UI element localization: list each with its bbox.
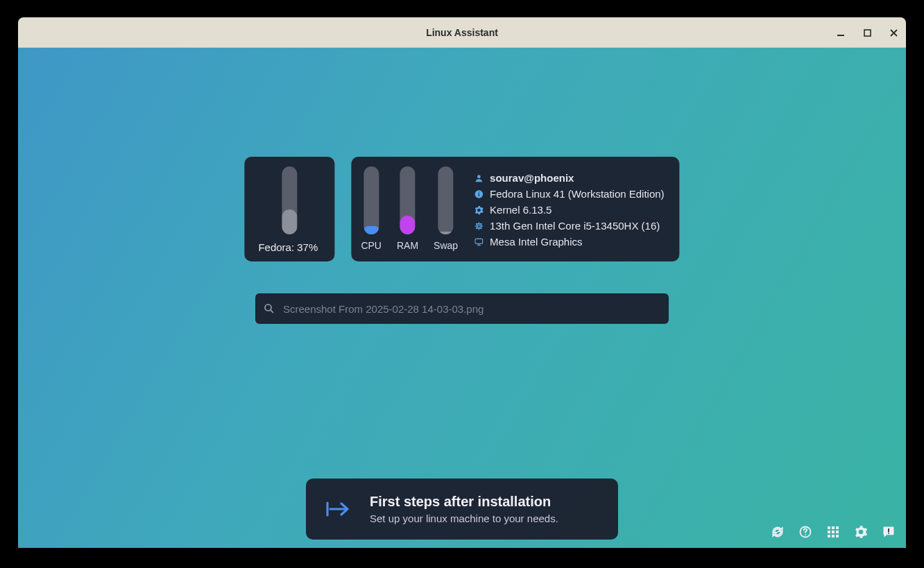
sysinfo-user: sourav@phoenix xyxy=(473,172,665,184)
first-steps-card[interactable]: First steps after installation Set up yo… xyxy=(306,479,618,540)
arrow-right-icon xyxy=(323,494,353,524)
app-window: Linux Assistant Fedora: 37% xyxy=(18,17,906,548)
grid-icon xyxy=(827,526,839,538)
sysinfo-gpu-text: Mesa Intel Graphics xyxy=(490,236,582,248)
sysinfo-kernel: Kernel 6.13.5 xyxy=(473,204,665,216)
window-title: Linux Assistant xyxy=(426,27,498,38)
sysinfo-os: Fedora Linux 41 (Workstation Edition) xyxy=(473,188,665,200)
help-button[interactable] xyxy=(798,524,813,540)
svg-rect-5 xyxy=(479,191,479,192)
settings-button[interactable] xyxy=(853,524,869,540)
refresh-icon xyxy=(771,525,785,539)
first-steps-title: First steps after installation xyxy=(370,494,558,510)
maximize-button[interactable] xyxy=(860,26,874,40)
sysinfo-gpu: Mesa Intel Graphics xyxy=(473,236,665,248)
maximize-icon xyxy=(864,29,871,37)
cpu-col: CPU xyxy=(361,166,382,253)
disk-bar-track xyxy=(282,166,297,234)
ram-label: RAM xyxy=(397,240,418,251)
ram-col: RAM xyxy=(397,166,418,253)
svg-rect-1 xyxy=(864,30,871,36)
search-bar[interactable] xyxy=(255,293,669,324)
first-steps-text: First steps after installation Set up yo… xyxy=(370,494,558,524)
info-icon xyxy=(473,189,484,200)
svg-rect-20 xyxy=(836,535,839,537)
svg-point-2 xyxy=(477,175,481,178)
svg-rect-22 xyxy=(888,533,889,534)
svg-rect-16 xyxy=(832,531,835,533)
resource-bars: CPU RAM Swap xyxy=(361,166,458,253)
titlebar: Linux Assistant xyxy=(18,17,906,48)
gear-icon xyxy=(854,525,868,539)
disk-card[interactable]: Fedora: 37% xyxy=(244,157,334,261)
help-icon xyxy=(798,525,812,539)
svg-rect-15 xyxy=(828,531,830,533)
top-cards: Fedora: 37% CPU RAM xyxy=(244,157,679,261)
search-input[interactable] xyxy=(283,303,662,315)
window-controls xyxy=(834,17,900,48)
minimize-icon xyxy=(837,28,845,37)
sysinfo-cpu: 13th Gen Intel Core i5-13450HX (16) xyxy=(473,220,665,232)
sysinfo-os-text: Fedora Linux 41 (Workstation Edition) xyxy=(490,188,665,200)
disk-label: Fedora: 37% xyxy=(254,241,318,253)
disk-bar-fill xyxy=(282,209,297,234)
svg-rect-4 xyxy=(479,193,479,196)
user-icon xyxy=(473,173,484,184)
feedback-button[interactable] xyxy=(881,524,896,540)
swap-label: Swap xyxy=(434,240,458,251)
cpu-bar-track xyxy=(363,166,379,234)
sysinfo-kernel-text: Kernel 6.13.5 xyxy=(490,204,551,216)
gear-icon xyxy=(473,205,484,216)
svg-rect-8 xyxy=(475,239,483,243)
close-icon xyxy=(890,29,898,37)
svg-rect-0 xyxy=(837,35,844,36)
app-body: Fedora: 37% CPU RAM xyxy=(18,48,906,548)
swap-bar-fill xyxy=(438,232,454,234)
svg-rect-12 xyxy=(828,526,830,529)
sysinfo-cpu-text: 13th Gen Intel Core i5-13450HX (16) xyxy=(490,220,660,232)
bottom-toolbar xyxy=(770,524,896,540)
swap-col: Swap xyxy=(434,166,458,253)
feedback-icon xyxy=(882,525,896,539)
minimize-button[interactable] xyxy=(834,26,848,40)
refresh-button[interactable] xyxy=(770,524,785,540)
sysinfo-list: sourav@phoenix Fedora Linux 41 (Workstat… xyxy=(473,166,665,253)
svg-rect-7 xyxy=(477,225,480,227)
svg-rect-19 xyxy=(832,535,835,537)
svg-point-11 xyxy=(805,534,806,535)
svg-rect-21 xyxy=(888,528,889,532)
sysinfo-card[interactable]: CPU RAM Swap xyxy=(351,157,679,261)
close-button[interactable] xyxy=(887,26,900,40)
swap-bar-track xyxy=(438,166,454,234)
ram-bar-track xyxy=(400,166,416,234)
sysinfo-user-text: sourav@phoenix xyxy=(490,172,574,184)
svg-rect-18 xyxy=(828,535,830,537)
apps-grid-button[interactable] xyxy=(825,524,841,540)
search-icon xyxy=(262,302,276,316)
svg-rect-13 xyxy=(832,526,835,529)
svg-point-9 xyxy=(265,304,271,311)
cpu-label: CPU xyxy=(361,240,382,251)
first-steps-subtitle: Set up your linux machine to your needs. xyxy=(370,513,558,524)
svg-rect-14 xyxy=(836,526,839,529)
monitor-icon xyxy=(473,236,484,248)
ram-bar-fill xyxy=(400,216,416,234)
cpu-icon xyxy=(473,221,484,232)
cpu-bar-fill xyxy=(363,226,379,234)
svg-rect-17 xyxy=(836,531,839,533)
